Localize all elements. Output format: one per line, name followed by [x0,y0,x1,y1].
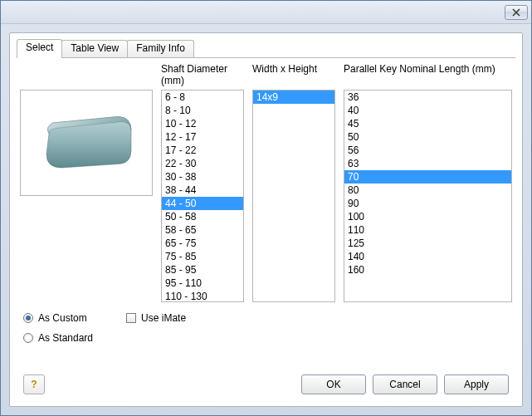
button-bar: OK Cancel Apply [301,374,509,394]
radio-group-mode: As Custom As Standard [23,312,93,344]
list-item[interactable]: 70 [344,170,511,184]
preview-image [20,90,153,196]
columns: Shaft Diameter (mm) 6 - 88 - 1010 - 1212… [17,58,515,302]
tab-strip: Select Table View Family Info [17,40,515,58]
checkbox-label: Use iMate [141,312,186,324]
shaft-diameter-header: Shaft Diameter (mm) [161,63,244,90]
tab-select[interactable]: Select [17,39,62,58]
options-row: As Custom As Standard Use iMate [17,302,515,344]
radio-dot-icon [23,333,33,343]
list-item[interactable]: 75 - 85 [162,250,243,263]
tab-family-info[interactable]: Family Info [127,40,194,57]
apply-button[interactable]: Apply [444,374,509,394]
close-icon [512,8,520,17]
list-item[interactable]: 36 [344,91,511,104]
list-item[interactable]: 85 - 95 [162,263,243,277]
list-item[interactable]: 17 - 22 [162,144,243,157]
tab-table-view[interactable]: Table View [61,40,128,57]
radio-label: As Standard [38,332,93,344]
list-item[interactable]: 50 - 58 [162,210,243,223]
list-item[interactable]: 140 [344,250,511,263]
list-item[interactable]: 8 - 10 [162,104,243,117]
checkbox-use-imate[interactable]: Use iMate [126,312,186,324]
length-header: Parallel Key Nominal Length (mm) [344,63,512,90]
tab-label: Family Info [136,42,185,54]
list-item[interactable]: 45 [344,117,511,130]
width-height-listbox[interactable]: 14x9 [252,90,335,302]
button-label: Cancel [389,379,420,390]
list-item[interactable]: 90 [344,197,511,210]
help-icon: ? [31,379,37,390]
list-item[interactable]: 80 [344,184,511,197]
list-item[interactable]: 65 - 75 [162,237,243,250]
list-item[interactable]: 6 - 8 [162,91,243,104]
key-preview-icon [24,97,149,188]
shaft-diameter-listbox[interactable]: 6 - 88 - 1010 - 1212 - 1717 - 2222 - 303… [161,90,244,302]
list-item[interactable]: 38 - 44 [162,184,243,197]
radio-as-custom[interactable]: As Custom [23,312,93,324]
titlebar [1,1,531,24]
list-item[interactable]: 63 [344,157,511,170]
list-item[interactable]: 10 - 12 [162,117,243,130]
length-column: Parallel Key Nominal Length (mm) 3640455… [344,63,512,302]
tab-panel-select: Shaft Diameter (mm) 6 - 88 - 1010 - 1212… [17,58,515,363]
list-item[interactable]: 110 - 130 [162,290,243,301]
list-item[interactable]: 95 - 110 [162,277,243,290]
close-button[interactable] [505,5,528,20]
dialog-content: Select Table View Family Info [9,32,523,407]
list-item[interactable]: 14x9 [253,91,334,104]
tab-label: Table View [71,42,119,54]
list-item[interactable]: 100 [344,210,511,223]
list-item[interactable]: 40 [344,104,511,117]
shaft-diameter-column: Shaft Diameter (mm) 6 - 88 - 1010 - 1212… [161,63,244,302]
list-item[interactable]: 58 - 65 [162,223,243,237]
width-height-header: Width x Height [252,63,335,90]
list-item[interactable]: 50 [344,130,511,144]
preview-column [20,63,153,302]
dialog-window: Select Table View Family Info [0,0,532,416]
ok-button[interactable]: OK [301,374,366,394]
button-label: OK [326,379,340,390]
length-listbox[interactable]: 364045505663708090100110125140160 [344,90,512,302]
cancel-button[interactable]: Cancel [373,374,437,394]
radio-dot-icon [23,313,33,323]
list-item[interactable]: 12 - 17 [162,130,243,144]
list-item[interactable]: 22 - 30 [162,157,243,170]
list-item[interactable]: 56 [344,144,511,157]
radio-label: As Custom [38,312,87,324]
help-button[interactable]: ? [23,374,45,394]
list-item[interactable]: 110 [344,223,511,237]
checkbox-box-icon [126,313,136,323]
width-height-column: Width x Height 14x9 [252,63,335,302]
tab-label: Select [26,42,53,53]
list-item[interactable]: 160 [344,263,511,277]
list-item[interactable]: 30 - 38 [162,170,243,184]
list-item[interactable]: 125 [344,237,511,250]
button-label: Apply [464,379,489,390]
radio-as-standard[interactable]: As Standard [23,332,93,344]
list-item[interactable]: 44 - 50 [162,197,243,210]
